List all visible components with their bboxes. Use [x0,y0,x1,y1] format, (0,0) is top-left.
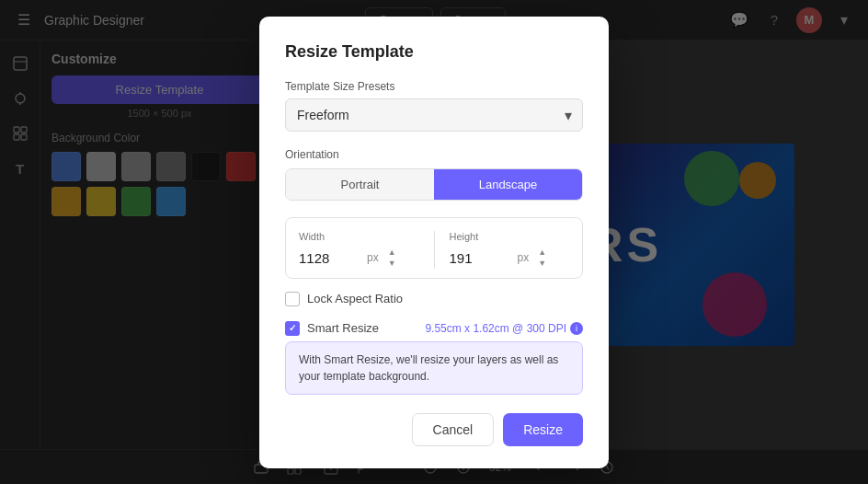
modal-overlay[interactable]: Resize Template Template Size Presets Fr… [0,0,868,484]
smart-resize-checkbox[interactable] [285,321,300,336]
resize-button[interactable]: Resize [503,413,583,446]
modal-footer: Cancel Resize [285,413,583,446]
lock-aspect-checkbox[interactable] [285,292,300,306]
resize-template-modal: Resize Template Template Size Presets Fr… [259,17,609,468]
height-stepper: ▲ ▼ [536,248,548,269]
width-stepper: ▲ ▼ [386,248,398,269]
presets-label: Template Size Presets [285,80,583,93]
dpi-text: 9.55cm x 1.62cm @ 300 DPI [425,322,566,335]
smart-resize-label: Smart Resize [307,321,379,335]
dpi-info-icon[interactable]: i [570,322,583,335]
cancel-button[interactable]: Cancel [412,413,495,446]
width-label: Width [299,231,419,242]
lock-aspect-label: Lock Aspect Ratio [307,292,403,305]
smart-info-text: With Smart Resize, we'll resize your lay… [299,353,558,383]
smart-info-box: With Smart Resize, we'll resize your lay… [285,341,583,395]
width-step-down[interactable]: ▼ [386,259,398,269]
dpi-info: 9.55cm x 1.62cm @ 300 DPI i [425,322,583,335]
height-input[interactable] [450,250,514,266]
preset-select-wrapper: Freeform ▾ [285,98,583,132]
width-step-up[interactable]: ▲ [386,248,398,258]
dimensions-row: Width px ▲ ▼ Height px ▲ [285,217,583,279]
height-input-wrapper: px ▲ ▼ [450,248,570,269]
orientation-buttons: Portrait Landscape [285,168,583,201]
width-input[interactable] [299,250,363,266]
smart-resize-row: Smart Resize 9.55cm x 1.62cm @ 300 DPI i [285,321,583,336]
modal-title: Resize Template [285,42,583,62]
wh-divider [434,231,435,269]
height-step-down[interactable]: ▼ [536,259,548,269]
width-unit: px [367,251,379,264]
height-field: Height px ▲ ▼ [450,231,570,269]
orientation-label: Orientation [285,148,583,161]
portrait-button[interactable]: Portrait [286,169,434,200]
height-step-up[interactable]: ▲ [536,248,548,258]
height-label: Height [450,231,570,242]
width-field: Width px ▲ ▼ [299,231,419,269]
height-unit: px [518,251,530,264]
landscape-button[interactable]: Landscape [434,169,582,200]
lock-aspect-row: Lock Aspect Ratio [285,292,583,306]
preset-select[interactable]: Freeform [285,98,583,132]
width-input-wrapper: px ▲ ▼ [299,248,419,269]
